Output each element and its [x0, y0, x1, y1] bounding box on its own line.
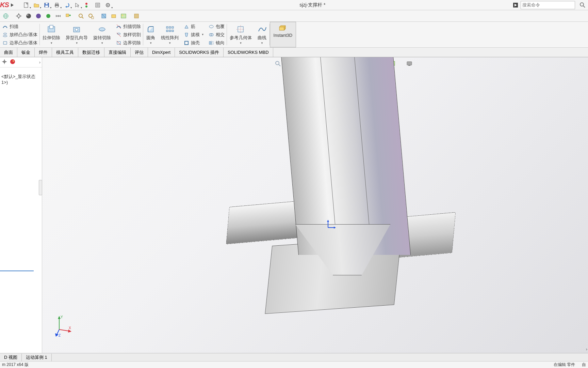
svg-marker-115: [55, 333, 59, 337]
tab-evaluate[interactable]: 评估: [131, 48, 148, 57]
select-button[interactable]: ▼: [72, 1, 82, 10]
material-icon[interactable]: [24, 12, 33, 20]
measure-icon[interactable]: [54, 12, 63, 20]
search-input[interactable]: [521, 2, 581, 7]
zoom-fit-icon[interactable]: [77, 12, 85, 20]
globe-icon[interactable]: [1, 12, 10, 20]
svg-rect-47: [112, 15, 116, 18]
revolve-cut-button[interactable]: 旋转切除▼: [91, 22, 114, 47]
rebuild-button[interactable]: [83, 1, 92, 10]
scene-icon[interactable]: [119, 12, 128, 20]
display-style-icon[interactable]: [109, 12, 118, 20]
svg-rect-64: [169, 27, 171, 28]
shell-button[interactable]: 抽壳: [183, 39, 204, 47]
loft-boss-button[interactable]: 放样凸台/基体: [2, 31, 37, 39]
tab-surface[interactable]: 曲面: [0, 48, 17, 57]
print-button[interactable]: ▼: [52, 1, 62, 10]
fillet-button[interactable]: 圆角▼: [143, 22, 158, 47]
sweep-cut-button[interactable]: 扫描切除: [116, 23, 141, 30]
tab-motionstudy[interactable]: 运动算例 1: [22, 354, 52, 361]
extrude-cut-button[interactable]: 拉伸切除▼: [40, 22, 63, 47]
tab-dimxpert[interactable]: DimXpert: [148, 48, 175, 57]
tab-directedit[interactable]: 直接编辑: [104, 48, 131, 57]
scroll-indicator-icon[interactable]: ›: [586, 347, 587, 352]
logo-menu-arrow[interactable]: [10, 2, 15, 8]
instant3d-button[interactable]: Instant3D: [270, 22, 296, 47]
tree-separator: [0, 271, 34, 271]
linear-pattern-button[interactable]: 线性阵列▼: [158, 22, 181, 47]
svg-rect-68: [172, 30, 174, 32]
sweep-button[interactable]: 扫描: [2, 23, 37, 30]
boundary-cut-button[interactable]: 边界切除: [116, 39, 141, 47]
zoom-area-icon[interactable]: [86, 12, 95, 20]
tab-moldtools[interactable]: 模具工具: [52, 48, 78, 57]
tab-addins[interactable]: SOLIDWORKS 插件: [175, 48, 224, 57]
tree-tab-feature-icon[interactable]: [1, 59, 7, 66]
section-view-icon[interactable]: [99, 12, 108, 20]
ribbon-modify-group1: 筋 拔模▼ 抽壳: [181, 22, 206, 47]
svg-point-11: [85, 5, 87, 7]
tree-tabs: ›: [0, 57, 42, 67]
svg-rect-3: [46, 3, 48, 4]
svg-point-31: [27, 14, 29, 16]
graphics-viewport[interactable]: Y X Z ›: [42, 57, 588, 353]
tree-expand-icon[interactable]: ›: [39, 60, 40, 65]
mirror-button[interactable]: 镜向: [208, 39, 225, 47]
app-logo: KS: [0, 1, 10, 9]
undo-button[interactable]: ▼: [62, 1, 72, 10]
rib-button[interactable]: 筋: [183, 23, 204, 30]
boundary-boss-button[interactable]: 边界凸台/基体: [2, 39, 37, 47]
intersect-button[interactable]: 相交: [208, 31, 225, 39]
status-extra: 自: [582, 362, 586, 368]
svg-point-33: [46, 14, 50, 18]
tab-3dview[interactable]: D 视图: [0, 354, 22, 361]
status-bar: m 2017 x64 版 在编辑 零件 自: [0, 361, 588, 368]
save-button[interactable]: ▼: [42, 1, 51, 10]
svg-rect-48: [121, 14, 126, 18]
curves-button[interactable]: 曲线▼: [255, 22, 270, 47]
svg-point-51: [3, 33, 7, 34]
svg-point-32: [36, 14, 41, 18]
panel-collapse-handle[interactable]: [39, 180, 42, 195]
svg-rect-74: [212, 42, 213, 44]
svg-point-41: [79, 14, 82, 17]
svg-point-49: [122, 15, 123, 16]
tree-display-state[interactable]: <默认>_显示状态 1>): [0, 67, 42, 91]
draft-button[interactable]: 拔模▼: [183, 31, 204, 39]
svg-rect-69: [185, 41, 188, 45]
svg-marker-9: [76, 3, 79, 7]
settings-button[interactable]: ▼: [103, 1, 113, 10]
svg-point-52: [3, 35, 7, 37]
ribbon-cut-group: 扫描切除 放样切割 边界切除: [114, 22, 143, 47]
tab-sheetmetal[interactable]: 钣金: [17, 48, 35, 57]
appearance-icon[interactable]: [34, 12, 43, 20]
wrap-button[interactable]: 包覆: [208, 23, 225, 30]
svg-text:Z: Z: [59, 334, 61, 337]
tab-mbd[interactable]: SOLIDWORKS MBD: [224, 48, 273, 57]
svg-point-84: [13, 60, 14, 62]
svg-rect-50: [134, 14, 138, 18]
search-icon[interactable]: [577, 1, 588, 10]
reference-geometry-button[interactable]: 参考几何体▼: [227, 22, 255, 47]
tab-datamigration[interactable]: 数据迁移: [78, 48, 104, 57]
ribbon-boss-group: 扫描 放样凸台/基体 边界凸台/基体: [0, 22, 39, 47]
gear-icon[interactable]: [14, 12, 23, 20]
tree-tab-appearance-icon[interactable]: [10, 59, 16, 66]
new-file-button[interactable]: ▼: [21, 1, 31, 10]
svg-text:Y: Y: [61, 315, 63, 319]
options-list-button[interactable]: [93, 1, 102, 10]
ribbon-modify-group2: 包覆 相交 镜向: [206, 22, 227, 47]
hole-wizard-button[interactable]: 异型孔向导▼: [63, 22, 91, 47]
open-file-button[interactable]: ▼: [32, 1, 41, 10]
tool-extra-icon[interactable]: [132, 12, 141, 20]
status-editing: 在编辑 零件: [554, 362, 575, 368]
svg-rect-73: [209, 42, 211, 44]
green-circle-icon[interactable]: [44, 12, 53, 20]
add-feature-icon[interactable]: [64, 12, 72, 20]
model-rod-left: [226, 201, 301, 244]
command-search[interactable]: [521, 1, 575, 9]
tab-weldment[interactable]: 焊件: [35, 48, 52, 57]
search-launch-icon[interactable]: [512, 2, 519, 8]
loft-cut-button[interactable]: 放样切割: [116, 31, 141, 39]
svg-point-17: [107, 4, 109, 6]
